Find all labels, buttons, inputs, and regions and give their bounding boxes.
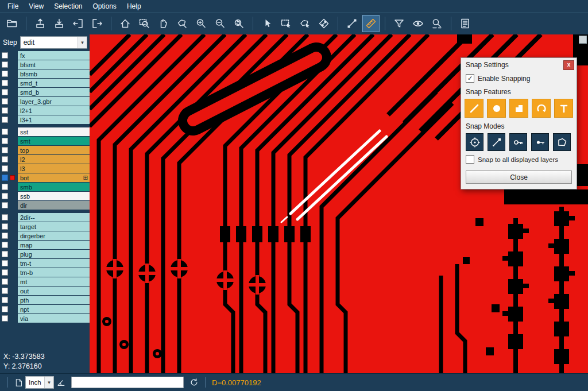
snap-all-layers-checkbox[interactable]: Snap to all displayed layers xyxy=(461,153,577,166)
layer-name[interactable]: via xyxy=(18,314,90,323)
enable-snapping-checkbox[interactable]: ✓ Enable Snapping xyxy=(461,72,577,85)
zoom-previous-icon[interactable] xyxy=(230,15,247,32)
layer-visibility-checkbox[interactable] xyxy=(2,202,8,208)
layer-name[interactable]: l2 xyxy=(18,155,90,164)
layer-visibility-checkbox[interactable] xyxy=(2,260,8,266)
layer-visibility-checkbox[interactable] xyxy=(2,233,8,239)
layer-name[interactable]: plug xyxy=(18,250,90,258)
measure-diamond-icon[interactable] xyxy=(315,15,332,32)
layer-visibility-checkbox[interactable] xyxy=(2,306,8,312)
layer-name[interactable]: mt xyxy=(18,277,90,286)
menu-view[interactable]: View xyxy=(24,1,49,11)
layer-name[interactable]: smb xyxy=(18,183,90,191)
unit-select[interactable]: Inch ▾ xyxy=(25,376,54,389)
layer-visibility-checkbox[interactable] xyxy=(2,52,8,59)
layer-name[interactable]: map xyxy=(18,241,90,249)
snap-mode-contour-button[interactable] xyxy=(553,133,571,151)
layer-visibility-checkbox[interactable] xyxy=(2,193,8,199)
layer-visibility-checkbox[interactable] xyxy=(2,288,8,294)
layer-visibility-checkbox[interactable] xyxy=(2,184,8,190)
open-folder-icon[interactable] xyxy=(3,15,21,32)
layer-name[interactable]: tm-b xyxy=(18,268,90,277)
layer-visibility-checkbox[interactable] xyxy=(2,223,8,230)
chevron-down-icon[interactable]: ▾ xyxy=(44,377,53,388)
angle-measure-icon[interactable] xyxy=(56,378,65,387)
layer-visibility-checkbox[interactable] xyxy=(2,138,8,144)
layer-name[interactable]: ssb xyxy=(18,192,90,200)
layer-visibility-checkbox[interactable] xyxy=(2,278,8,285)
snap-mode-vertex-button[interactable] xyxy=(488,133,505,151)
line-tool-icon[interactable] xyxy=(343,15,361,32)
layer-name[interactable]: smt xyxy=(18,137,90,145)
menu-selection[interactable]: Selection xyxy=(49,1,87,11)
layer-name[interactable]: smd_b xyxy=(18,88,90,96)
layer-name[interactable]: npt xyxy=(18,305,90,313)
layer-name[interactable]: l2+1 xyxy=(18,106,90,115)
layer-visibility-checkbox[interactable] xyxy=(2,156,8,162)
report-icon[interactable] xyxy=(457,15,474,32)
zoom-out-icon[interactable] xyxy=(211,15,229,32)
layer-visibility-checkbox[interactable] xyxy=(2,71,8,77)
layer-name[interactable]: bfsmb xyxy=(18,69,90,78)
ruler-icon[interactable] xyxy=(362,15,380,32)
layer-visibility-checkbox[interactable] xyxy=(2,89,8,95)
layer-name[interactable]: top xyxy=(18,146,90,154)
exit-left-icon[interactable] xyxy=(69,15,87,32)
snap-mode-center-button[interactable] xyxy=(466,133,483,151)
layer-name[interactable]: tm-t xyxy=(18,259,90,268)
layer-visibility-checkbox[interactable] xyxy=(2,269,8,276)
menu-options[interactable]: Options xyxy=(88,1,122,11)
layer-visibility-checkbox[interactable] xyxy=(2,251,8,257)
filter-icon[interactable] xyxy=(390,15,408,32)
layer-visibility-checkbox[interactable] xyxy=(2,61,8,68)
layer-name[interactable]: bot⊞ xyxy=(18,173,90,182)
layer-visibility-checkbox[interactable] xyxy=(2,117,8,123)
chevron-down-icon[interactable]: ▾ xyxy=(78,37,87,48)
close-button[interactable]: Close xyxy=(466,171,572,184)
zoom-in-icon[interactable] xyxy=(192,15,210,32)
layer-visibility-checkbox[interactable] xyxy=(2,165,8,172)
layer-name[interactable]: smd_t xyxy=(18,79,90,87)
layer-name[interactable]: dirgerber xyxy=(18,231,90,240)
layer-name[interactable]: dir xyxy=(18,201,90,210)
snap-feature-arc-button[interactable] xyxy=(532,99,551,118)
layer-name[interactable]: bfsmt xyxy=(18,60,90,69)
close-icon[interactable]: x xyxy=(563,60,574,70)
lasso-select-icon[interactable] xyxy=(173,15,191,32)
snap-mode-key-button[interactable] xyxy=(509,133,527,151)
layer-visibility-checkbox[interactable] xyxy=(2,98,8,104)
layer-name[interactable]: pth xyxy=(18,296,90,304)
rect-select-icon[interactable] xyxy=(277,15,295,32)
sheet-icon[interactable] xyxy=(14,378,23,387)
snap-feature-text-button[interactable] xyxy=(554,99,573,118)
refresh-icon[interactable] xyxy=(189,378,199,387)
find-icon[interactable] xyxy=(428,15,446,32)
dialog-title-bar[interactable]: Snap Settings x xyxy=(461,58,577,72)
layer-visibility-checkbox[interactable] xyxy=(2,107,8,114)
layer-name[interactable]: fx xyxy=(18,51,90,60)
layer-visibility-checkbox[interactable] xyxy=(2,315,8,322)
pan-hand-icon[interactable] xyxy=(154,15,172,32)
snap-feature-surface-button[interactable] xyxy=(509,99,528,118)
step-select[interactable]: edit ▾ xyxy=(20,36,87,49)
import-down-icon[interactable] xyxy=(51,15,68,32)
layer-name[interactable]: sst xyxy=(18,127,90,136)
home-icon[interactable] xyxy=(117,15,134,32)
layer-visibility-checkbox[interactable] xyxy=(2,80,8,86)
layer-visibility-checkbox[interactable] xyxy=(2,297,8,303)
snap-feature-line-button[interactable] xyxy=(465,99,483,118)
cursor-select-icon[interactable] xyxy=(258,15,276,32)
layer-name[interactable]: target xyxy=(18,222,90,231)
layer-visibility-checkbox[interactable] xyxy=(2,147,8,153)
measure-input[interactable] xyxy=(71,377,184,388)
menu-help[interactable]: Help xyxy=(122,1,146,11)
snap-mode-key-alt-button[interactable] xyxy=(531,133,549,151)
layer-visibility-checkbox[interactable] xyxy=(2,214,8,220)
eye-icon[interactable] xyxy=(409,15,427,32)
layer-visibility-checkbox[interactable] xyxy=(2,242,8,248)
layer-name[interactable]: 2dir-- xyxy=(18,213,90,222)
layer-name[interactable]: layer_3.gbr xyxy=(18,97,90,106)
import-up-icon[interactable] xyxy=(32,15,49,32)
layer-name[interactable]: l3 xyxy=(18,164,90,173)
layer-visibility-checkbox[interactable] xyxy=(2,129,8,135)
